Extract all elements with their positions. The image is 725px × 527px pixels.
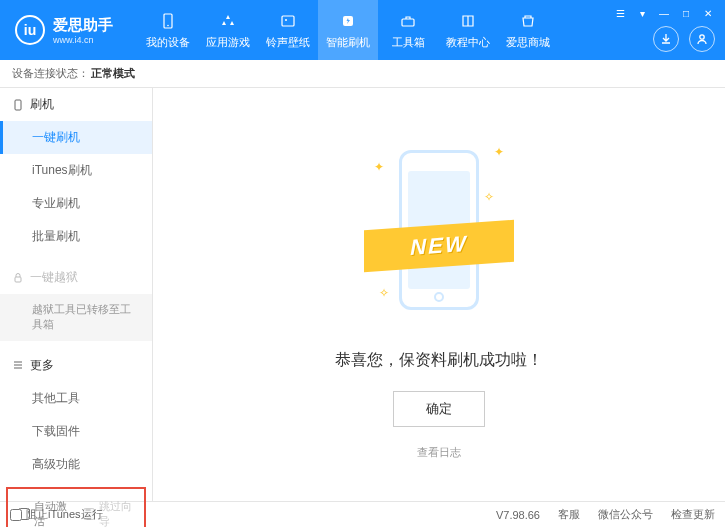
phone-small-icon xyxy=(12,99,24,111)
toolbox-icon xyxy=(398,11,418,31)
new-ribbon: NEW xyxy=(364,219,514,271)
view-log-link[interactable]: 查看日志 xyxy=(417,445,461,460)
logo-area: iu 爱思助手 www.i4.cn xyxy=(0,15,128,45)
nav-ringtones[interactable]: 铃声壁纸 xyxy=(258,0,318,60)
app-subtitle: www.i4.cn xyxy=(53,35,113,45)
store-icon xyxy=(518,11,538,31)
svg-point-6 xyxy=(700,35,704,39)
image-icon xyxy=(278,11,298,31)
book-icon xyxy=(458,11,478,31)
window-controls: ☰ ▾ — □ ✕ xyxy=(613,6,715,20)
download-button[interactable] xyxy=(653,26,679,52)
sidebar-item-other-tools[interactable]: 其他工具 xyxy=(0,382,152,415)
status-bar: 设备连接状态： 正常模式 xyxy=(0,60,725,88)
sidebar-item-pro-flash[interactable]: 专业刷机 xyxy=(0,187,152,220)
nav-flash[interactable]: 智能刷机 xyxy=(318,0,378,60)
logo-icon: iu xyxy=(15,15,45,45)
maximize-icon[interactable]: □ xyxy=(679,6,693,20)
success-message: 恭喜您，保资料刷机成功啦！ xyxy=(335,350,543,371)
user-button[interactable] xyxy=(689,26,715,52)
main-content: ✦ ✦ ✧ ✧ NEW 恭喜您，保资料刷机成功啦！ 确定 查看日志 xyxy=(153,88,725,501)
minimize-icon[interactable]: — xyxy=(657,6,671,20)
sidebar-section-flash[interactable]: 刷机 xyxy=(0,88,152,121)
app-title: 爱思助手 xyxy=(53,16,113,35)
nav-tutorials[interactable]: 教程中心 xyxy=(438,0,498,60)
sidebar-item-download-firmware[interactable]: 下载固件 xyxy=(0,415,152,448)
svg-point-3 xyxy=(285,19,287,21)
checkbox-block-itunes[interactable]: 阻止iTunes运行 xyxy=(10,507,103,522)
sidebar: 刷机 一键刷机 iTunes刷机 专业刷机 批量刷机 一键越狱 越狱工具已转移至… xyxy=(0,88,153,501)
apps-icon xyxy=(218,11,238,31)
lock-icon xyxy=(12,272,24,284)
ok-button[interactable]: 确定 xyxy=(393,391,485,427)
sidebar-item-advanced[interactable]: 高级功能 xyxy=(0,448,152,481)
status-value: 正常模式 xyxy=(91,66,135,81)
svg-point-1 xyxy=(167,24,169,26)
app-header: iu 爱思助手 www.i4.cn 我的设备 应用游戏 铃声壁纸 智能刷机 工具… xyxy=(0,0,725,60)
close-icon[interactable]: ✕ xyxy=(701,6,715,20)
sidebar-item-itunes-flash[interactable]: iTunes刷机 xyxy=(0,154,152,187)
nav-apps[interactable]: 应用游戏 xyxy=(198,0,258,60)
wechat-link[interactable]: 微信公众号 xyxy=(598,507,653,522)
update-link[interactable]: 检查更新 xyxy=(671,507,715,522)
sidebar-jailbreak-note: 越狱工具已转移至工具箱 xyxy=(0,294,152,341)
status-label: 设备连接状态： xyxy=(12,66,89,81)
svg-rect-8 xyxy=(15,277,21,282)
nav-toolbox[interactable]: 工具箱 xyxy=(378,0,438,60)
svg-rect-7 xyxy=(15,100,21,110)
main-nav: 我的设备 应用游戏 铃声壁纸 智能刷机 工具箱 教程中心 爱思商城 xyxy=(138,0,558,60)
nav-my-device[interactable]: 我的设备 xyxy=(138,0,198,60)
version-label: V7.98.66 xyxy=(496,509,540,521)
list-icon xyxy=(12,359,24,371)
flash-icon xyxy=(338,11,358,31)
sidebar-section-more[interactable]: 更多 xyxy=(0,349,152,382)
svg-rect-5 xyxy=(402,19,414,26)
nav-store[interactable]: 爱思商城 xyxy=(498,0,558,60)
sidebar-item-oneclick-flash[interactable]: 一键刷机 xyxy=(0,121,152,154)
support-link[interactable]: 客服 xyxy=(558,507,580,522)
svg-rect-2 xyxy=(282,16,294,26)
phone-icon xyxy=(158,11,178,31)
sidebar-section-jailbreak: 一键越狱 xyxy=(0,261,152,294)
sidebar-item-batch-flash[interactable]: 批量刷机 xyxy=(0,220,152,253)
success-illustration: ✦ ✦ ✧ ✧ NEW xyxy=(364,130,514,330)
skin-icon[interactable]: ▾ xyxy=(635,6,649,20)
menu-icon[interactable]: ☰ xyxy=(613,6,627,20)
